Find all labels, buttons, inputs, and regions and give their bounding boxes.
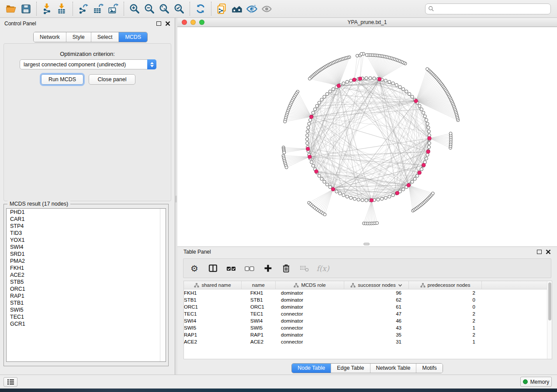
table-row[interactable]: RAP1RAP1dominator352	[184, 331, 552, 338]
graph-leaf-node[interactable]	[308, 77, 311, 80]
graph-node[interactable]	[423, 115, 426, 118]
select-all-rows-button[interactable]	[225, 263, 237, 274]
graph-hub-node[interactable]	[358, 77, 362, 80]
table-scrollbar[interactable]	[547, 281, 552, 359]
graph-node[interactable]	[427, 130, 430, 133]
graph-node[interactable]	[369, 76, 372, 79]
graph-node[interactable]	[318, 101, 321, 104]
graph-node[interactable]	[310, 161, 313, 164]
mcds-result-item[interactable]: GCR1	[7, 320, 166, 327]
graph-node[interactable]	[373, 77, 376, 80]
graph-leaf-node[interactable]	[376, 222, 379, 225]
graph-node[interactable]	[427, 145, 430, 148]
open-session-button[interactable]	[3, 2, 18, 16]
graph-hub-node[interactable]	[407, 183, 410, 187]
graph-node[interactable]	[320, 98, 323, 101]
criterion-select[interactable]: largest connected component (undirected)	[20, 59, 156, 69]
mcds-result-item[interactable]: STB1	[7, 299, 166, 306]
graph-node[interactable]	[353, 197, 356, 200]
graph-node[interactable]	[411, 180, 414, 183]
import-network-button[interactable]	[40, 2, 55, 16]
tab-style[interactable]: Style	[66, 32, 91, 42]
mcds-result-list[interactable]: PHD1CAR1STP4TID3YOX1SWI4SRD1PMA2FKH1ACE2…	[6, 208, 166, 362]
network-graph[interactable]	[177, 27, 557, 246]
column-header-predecessor_nodes[interactable]: predecessor nodes	[409, 281, 482, 289]
memory-button[interactable]: Memory	[520, 377, 552, 387]
table-row[interactable]: TEC1TEC1connector472	[184, 310, 552, 317]
graph-node[interactable]	[305, 138, 308, 141]
tab-edge-table[interactable]: Edge Table	[331, 364, 370, 373]
graph-node[interactable]	[306, 130, 309, 133]
graph-node[interactable]	[335, 190, 338, 193]
table-row[interactable]: SWI5SWI5connector431	[184, 324, 552, 331]
close-panel-button[interactable]: Close panel	[89, 74, 135, 85]
graph-node[interactable]	[384, 196, 387, 199]
graph-leaf-node[interactable]	[426, 68, 429, 71]
vertical-splitter-handle[interactable]	[175, 196, 177, 203]
graph-node[interactable]	[325, 183, 329, 186]
graph-node[interactable]	[361, 199, 364, 202]
graph-node[interactable]	[427, 126, 430, 129]
column-header-shared_name[interactable]: shared name	[184, 281, 242, 289]
graph-hub-node[interactable]	[426, 150, 430, 153]
mcds-result-item[interactable]: FKH1	[7, 265, 166, 272]
import-table-button[interactable]	[55, 2, 69, 16]
tab-motifs[interactable]: Motifs	[416, 364, 442, 373]
mcds-result-item[interactable]: TID3	[7, 230, 166, 237]
graph-hub-node[interactable]	[370, 199, 373, 202]
export-network-button[interactable]	[76, 2, 91, 16]
graph-node[interactable]	[320, 177, 323, 180]
graph-hub-node[interactable]	[331, 187, 335, 191]
mcds-result-item[interactable]: STP4	[7, 223, 166, 230]
tab-select[interactable]: Select	[91, 32, 119, 42]
table-row[interactable]: STB1STB1dominator620	[184, 296, 552, 303]
tab-mcds[interactable]: MCDS	[119, 32, 147, 42]
graph-node[interactable]	[342, 193, 345, 196]
graph-node[interactable]	[308, 122, 311, 125]
mcds-list-scrollbar[interactable]	[160, 209, 166, 361]
export-table-button[interactable]	[91, 2, 106, 16]
graph-node[interactable]	[346, 80, 349, 83]
network-window-titlebar[interactable]: YPA_prune.txt_1	[177, 18, 557, 27]
graph-node[interactable]	[418, 104, 421, 107]
table-settings-button[interactable]: ⚙	[189, 263, 200, 274]
close-panel-icon[interactable]	[165, 21, 170, 26]
graph-node[interactable]	[325, 93, 329, 96]
network-overview-button[interactable]	[229, 2, 244, 16]
graph-node[interactable]	[416, 174, 419, 177]
task-history-button[interactable]	[3, 377, 17, 387]
graph-node[interactable]	[306, 141, 309, 144]
mcds-result-item[interactable]: STB5	[7, 279, 166, 285]
graph-node[interactable]	[307, 126, 310, 129]
graph-node[interactable]	[425, 118, 428, 121]
graph-node[interactable]	[420, 108, 423, 111]
graph-node[interactable]	[413, 177, 416, 180]
run-mcds-button[interactable]: Run MCDS	[41, 74, 83, 85]
graph-node[interactable]	[384, 79, 387, 82]
graph-node[interactable]	[309, 118, 312, 121]
graph-hub-node[interactable]	[422, 163, 426, 167]
function-builder-button[interactable]: f(x)	[317, 263, 329, 274]
graph-node[interactable]	[426, 153, 429, 156]
graph-hub-node[interactable]	[308, 155, 311, 158]
table-row[interactable]: SWI4SWI4dominator462	[184, 317, 552, 324]
graph-node[interactable]	[323, 95, 326, 98]
graph-hub-node[interactable]	[395, 191, 399, 195]
export-image-button[interactable]	[106, 2, 121, 16]
graph-node[interactable]	[339, 192, 342, 195]
mcds-result-item[interactable]: YOX1	[7, 237, 166, 244]
graph-leaf-node[interactable]	[323, 213, 326, 216]
graph-node[interactable]	[391, 193, 394, 196]
graph-node[interactable]	[332, 88, 335, 91]
graph-node[interactable]	[329, 90, 332, 93]
graph-node[interactable]	[311, 164, 315, 167]
graph-node[interactable]	[405, 90, 408, 93]
zoom-selected-button[interactable]	[172, 2, 187, 16]
refresh-button[interactable]	[193, 2, 208, 16]
mcds-result-item[interactable]: TEC1	[7, 313, 166, 320]
zoom-out-button[interactable]	[142, 2, 157, 16]
graph-leaf-node[interactable]	[356, 54, 359, 57]
graph-node[interactable]	[318, 174, 321, 177]
graph-node[interactable]	[349, 196, 353, 199]
graph-node[interactable]	[420, 168, 423, 171]
